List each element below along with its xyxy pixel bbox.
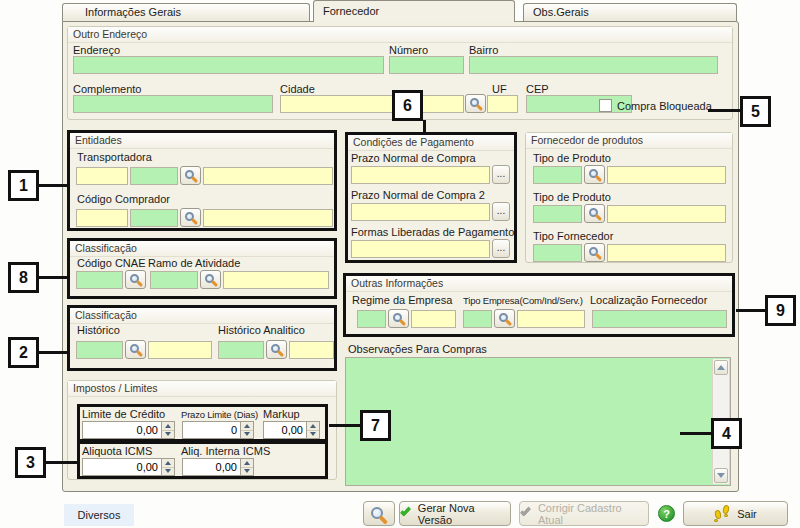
historico-analitico-input[interactable] bbox=[218, 341, 264, 359]
endereco-input[interactable] bbox=[73, 56, 384, 74]
numero-input[interactable] bbox=[389, 56, 464, 74]
tipo-empresa-input[interactable] bbox=[463, 310, 492, 328]
codigo-comprador-label: Código Comprador bbox=[77, 193, 170, 205]
regime-empresa-input[interactable] bbox=[357, 310, 386, 328]
gerar-nova-versao-button[interactable]: Gerar Nova Versão bbox=[399, 501, 511, 526]
observacoes-textarea[interactable] bbox=[345, 357, 731, 486]
aliq-interna-icms-spinner[interactable]: 0,00 bbox=[182, 458, 254, 476]
group-title: Classificação bbox=[70, 241, 334, 257]
formas-liberadas-label: Formas Liberadas de Pagamento bbox=[351, 226, 514, 238]
scroll-up-button[interactable] bbox=[714, 360, 728, 375]
transportadora-label: Transportadora bbox=[77, 151, 152, 163]
spinner-value: 0,00 bbox=[264, 422, 306, 438]
group-title: Condições de Pagamento bbox=[348, 135, 514, 151]
spinner-up-icon[interactable] bbox=[241, 459, 253, 468]
group-title: Impostos / Limites bbox=[68, 381, 336, 397]
limite-credito-spinner[interactable]: 0,00 bbox=[82, 421, 175, 439]
callout-3-line bbox=[45, 461, 77, 464]
prazo-normal-compra-input[interactable] bbox=[351, 166, 490, 184]
sair-button[interactable]: Sair bbox=[683, 501, 788, 526]
scroll-up-icon bbox=[717, 365, 725, 370]
prazo-normal-compra2-ellipsis-button[interactable]: ... bbox=[492, 202, 510, 221]
tipo-produto2-input[interactable] bbox=[533, 205, 582, 223]
tipo-fornecedor-search-button[interactable] bbox=[584, 243, 605, 262]
tipo-fornecedor-input[interactable] bbox=[533, 244, 582, 262]
tab-fornecedor[interactable]: Fornecedor bbox=[313, 0, 515, 22]
historico-input[interactable] bbox=[76, 341, 123, 359]
prazo-normal-compra2-label: Prazo Normal de Compra 2 bbox=[351, 189, 485, 201]
group-classificacao-historico: Classificação Histórico Histórico Analit… bbox=[67, 305, 337, 371]
transportadora-code-input[interactable] bbox=[76, 167, 128, 185]
ramo-atividade-search-button[interactable] bbox=[200, 270, 221, 289]
ellipsis-icon: ... bbox=[497, 168, 505, 179]
search-icon bbox=[499, 313, 508, 322]
group-classificacao-cnae: Classificação Código CNAE Ramo de Ativid… bbox=[67, 238, 337, 299]
tab-obs-gerais[interactable]: Obs.Gerais bbox=[523, 3, 737, 21]
spinner-down-icon[interactable] bbox=[241, 431, 253, 439]
aliquota-icms-spinner[interactable]: 0,00 bbox=[82, 458, 175, 476]
transportadora-desc-input[interactable] bbox=[203, 167, 333, 185]
codigo-comprador-code-input[interactable] bbox=[76, 209, 128, 227]
prazo-limite-spinner[interactable]: 0 bbox=[182, 421, 254, 439]
help-icon: ? bbox=[663, 508, 670, 520]
tipo-empresa-desc-input[interactable] bbox=[517, 310, 585, 328]
spinner-up-icon[interactable] bbox=[241, 422, 253, 431]
group-entidades: Entidades Transportadora Código Comprado… bbox=[67, 130, 337, 231]
tipo-produto1-search-button[interactable] bbox=[584, 165, 605, 184]
callout-6-line bbox=[423, 120, 426, 134]
tipo-produto1-input[interactable] bbox=[533, 166, 582, 184]
spinner-up-icon[interactable] bbox=[162, 459, 174, 468]
spinner-up-icon[interactable] bbox=[307, 422, 319, 431]
codigo-comprador-desc-input[interactable] bbox=[203, 209, 333, 227]
tab-informacoes-gerais[interactable]: Informações Gerais bbox=[62, 3, 310, 21]
codigo-cnae-input[interactable] bbox=[76, 271, 123, 289]
tipo-produto2-desc-input[interactable] bbox=[607, 205, 726, 223]
formas-liberadas-input[interactable] bbox=[351, 240, 490, 258]
spinner-down-icon[interactable] bbox=[241, 468, 253, 476]
historico-analitico-search-button[interactable] bbox=[266, 340, 287, 359]
ramo-atividade-desc-input[interactable] bbox=[223, 271, 329, 289]
markup-spinner[interactable]: 0,00 bbox=[263, 421, 320, 439]
tipo-empresa-search-button[interactable] bbox=[494, 309, 515, 328]
aliq-interna-icms-label: Aliq. Interna ICMS bbox=[181, 445, 270, 457]
formas-liberadas-ellipsis-button[interactable]: ... bbox=[492, 239, 510, 258]
spinner-down-icon[interactable] bbox=[162, 431, 174, 439]
diversos-tab-label[interactable]: Diversos bbox=[64, 504, 134, 526]
codigo-comprador-ref-input[interactable] bbox=[130, 209, 178, 227]
historico-search-button[interactable] bbox=[125, 340, 146, 359]
help-button[interactable]: ? bbox=[658, 505, 675, 522]
ramo-atividade-input[interactable] bbox=[150, 271, 198, 289]
localizacao-fornecedor-input[interactable] bbox=[592, 310, 727, 328]
uf-input[interactable] bbox=[487, 95, 518, 113]
scroll-down-button[interactable] bbox=[714, 468, 728, 483]
complemento-input[interactable] bbox=[73, 95, 273, 113]
tipo-produto1-desc-input[interactable] bbox=[607, 166, 726, 184]
check-icon bbox=[520, 505, 532, 517]
compra-bloqueada-label: Compra Bloqueada bbox=[617, 100, 712, 112]
prazo-normal-compra-ellipsis-button[interactable]: ... bbox=[492, 165, 510, 184]
tipo-produto2-search-button[interactable] bbox=[584, 204, 605, 223]
search-icon bbox=[185, 170, 194, 179]
regime-empresa-desc-input[interactable] bbox=[411, 310, 456, 328]
spinner-value: 0,00 bbox=[183, 459, 240, 475]
button-label: Sair bbox=[737, 508, 757, 520]
codigo-cnae-search-button[interactable] bbox=[125, 270, 146, 289]
spinner-down-icon[interactable] bbox=[307, 431, 319, 439]
transportadora-ref-input[interactable] bbox=[130, 167, 178, 185]
transportadora-search-button[interactable] bbox=[180, 166, 201, 185]
cidade-input[interactable] bbox=[280, 95, 464, 113]
prazo-normal-compra2-input[interactable] bbox=[351, 203, 490, 221]
historico-analitico-desc-input[interactable] bbox=[289, 341, 334, 359]
tipo-fornecedor-desc-input[interactable] bbox=[607, 244, 726, 262]
group-title: Fornecedor de produtos bbox=[526, 133, 732, 149]
regime-empresa-search-button[interactable] bbox=[388, 309, 409, 328]
cidade-search-button[interactable] bbox=[465, 94, 486, 113]
footer-search-button[interactable] bbox=[363, 501, 395, 526]
spinner-up-icon[interactable] bbox=[162, 422, 174, 431]
spinner-down-icon[interactable] bbox=[162, 468, 174, 476]
spinner-value: 0,00 bbox=[83, 422, 161, 438]
bairro-input[interactable] bbox=[469, 56, 718, 74]
historico-desc-input[interactable] bbox=[148, 341, 212, 359]
codigo-comprador-search-button[interactable] bbox=[180, 208, 201, 227]
compra-bloqueada-checkbox[interactable] bbox=[599, 99, 612, 112]
